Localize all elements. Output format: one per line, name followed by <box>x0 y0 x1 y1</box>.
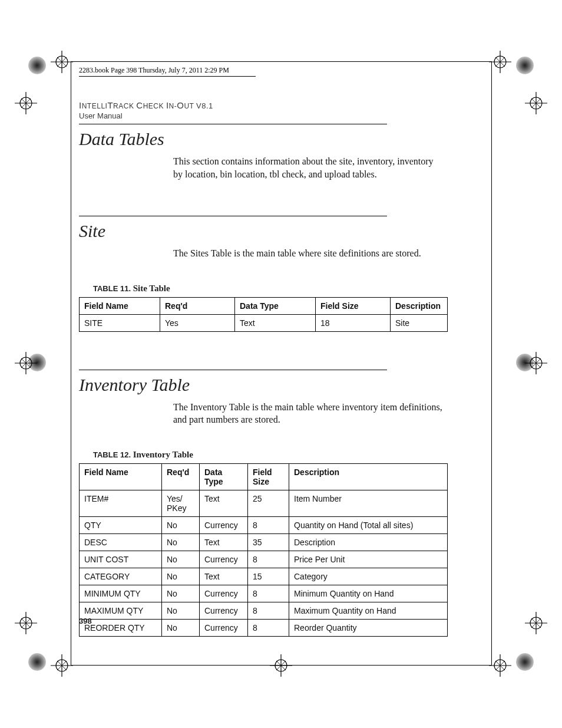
table12-caption: TABLE 12. Inventory Table <box>93 450 448 460</box>
table-cell: No <box>162 551 200 568</box>
table-cell: Site <box>391 314 448 331</box>
table-row: QTYNoCurrency8Quantity on Hand (Total al… <box>80 517 448 534</box>
heading-site: Site <box>79 221 448 241</box>
registration-mark-icon <box>525 92 547 114</box>
running-title-version: V8.1 <box>196 101 213 110</box>
table-cell: No <box>162 517 200 534</box>
table-cell: Reorder Quantity <box>289 620 448 637</box>
table-row: MAXIMUM QTYNoCurrency8Maximum Quantity o… <box>80 602 448 620</box>
body-data-tables: This section contains information about … <box>173 155 444 180</box>
running-title: IntelliTrack Check In-Out V8.1 <box>79 100 448 110</box>
printer-dot-icon <box>516 653 534 671</box>
table-cell: ITEM# <box>80 490 162 517</box>
table-row: SITEYesText18Site <box>80 314 448 331</box>
table-cell: DESC <box>80 534 162 551</box>
table-cell: Currency <box>200 517 248 534</box>
table12-caption-title: Inventory Table <box>133 450 193 459</box>
table-cell: Text <box>200 534 248 551</box>
table-inventory: Field Name Req'd DataType FieldSize Desc… <box>79 463 448 637</box>
table-cell: Item Number <box>289 490 448 517</box>
table-cell: Description <box>289 534 448 551</box>
table-cell: 8 <box>248 585 289 602</box>
section-rule <box>79 216 387 216</box>
table-cell: Category <box>289 568 448 585</box>
section-rule <box>79 124 387 124</box>
table11-caption-title: Site Table <box>133 284 170 293</box>
col-description: Description <box>391 297 448 314</box>
registration-mark-icon <box>15 352 37 374</box>
table-cell: MINIMUM QTY <box>80 585 162 602</box>
table-cell: Yes/PKey <box>162 490 200 517</box>
crop-header-text: 2283.book Page 398 Thursday, July 7, 201… <box>79 66 256 77</box>
col-field-size: Field Size <box>316 297 391 314</box>
table11-caption-num: TABLE 11. <box>93 284 131 293</box>
table-site: Field Name Req'd Data Type Field Size De… <box>79 297 448 332</box>
registration-mark-icon <box>489 654 511 677</box>
table-cell: Text <box>200 568 248 585</box>
heading-inventory: Inventory Table <box>79 375 448 395</box>
crop-header-label: 2283.book Page 398 Thursday, July 7, 201… <box>79 66 229 74</box>
col-reqd: Req'd <box>162 463 200 490</box>
table-row: DESCNoText35Description <box>80 534 448 551</box>
printer-dot-icon <box>28 57 46 74</box>
table-cell: Text <box>235 314 316 331</box>
table-cell: Minimum Quantity on Hand <box>289 585 448 602</box>
table-cell: Quantity on Hand (Total all sites) <box>289 517 448 534</box>
table-cell: No <box>162 585 200 602</box>
table-cell: 8 <box>248 620 289 637</box>
table-cell: 18 <box>316 314 391 331</box>
table-cell: SITE <box>80 314 160 331</box>
registration-mark-icon <box>51 51 73 73</box>
table-cell: UNIT COST <box>80 551 162 568</box>
table-cell: No <box>162 568 200 585</box>
section-rule <box>79 370 387 370</box>
table-cell: No <box>162 534 200 551</box>
col-field-size: FieldSize <box>248 463 289 490</box>
printer-dot-icon <box>28 653 46 671</box>
table-cell: Currency <box>200 620 248 637</box>
col-data-type: DataType <box>200 463 248 490</box>
col-data-type: Data Type <box>235 297 316 314</box>
table-cell: 35 <box>248 534 289 551</box>
registration-mark-icon <box>270 654 292 677</box>
col-field-name: Field Name <box>80 297 160 314</box>
table-cell: Currency <box>200 551 248 568</box>
body-site: The Sites Table is the main table where … <box>173 247 444 260</box>
col-field-name: Field Name <box>80 463 162 490</box>
table-row: ITEM#Yes/PKeyText25Item Number <box>80 490 448 517</box>
registration-mark-icon <box>15 612 37 634</box>
table-cell: Yes <box>160 314 235 331</box>
table-cell: Price Per Unit <box>289 551 448 568</box>
page-number: 398 <box>79 617 92 625</box>
table-cell: No <box>162 602 200 620</box>
registration-mark-icon <box>15 92 37 114</box>
running-title-main: IntelliTrack Check In-Out <box>79 100 196 110</box>
table-cell: CATEGORY <box>80 568 162 585</box>
table-cell: Currency <box>200 585 248 602</box>
registration-mark-icon <box>525 352 547 374</box>
running-subtitle: User Manual <box>79 111 448 120</box>
table-cell: 8 <box>248 551 289 568</box>
registration-mark-icon <box>489 51 511 73</box>
table-header-row: Field Name Req'd Data Type Field Size De… <box>80 297 448 314</box>
table-cell: Maximum Quantity on Hand <box>289 602 448 620</box>
table-row: UNIT COSTNoCurrency8Price Per Unit <box>80 551 448 568</box>
table-row: REORDER QTYNoCurrency8Reorder Quantity <box>80 620 448 637</box>
printer-dot-icon <box>516 57 534 74</box>
table-cell: Text <box>200 490 248 517</box>
body-inventory: The Inventory Table is the main table wh… <box>173 401 444 426</box>
table-cell: 8 <box>248 517 289 534</box>
registration-mark-icon <box>525 612 547 634</box>
table-header-row: Field Name Req'd DataType FieldSize Desc… <box>80 463 448 490</box>
table-cell: No <box>162 620 200 637</box>
table11-caption: TABLE 11. Site Table <box>93 284 448 294</box>
table-cell: 8 <box>248 602 289 620</box>
col-reqd: Req'd <box>160 297 235 314</box>
heading-data-tables: Data Tables <box>79 129 448 149</box>
table-cell: 25 <box>248 490 289 517</box>
table-row: MINIMUM QTYNoCurrency8Minimum Quantity o… <box>80 585 448 602</box>
table-cell: Currency <box>200 602 248 620</box>
table-row: CATEGORYNoText15Category <box>80 568 448 585</box>
table-cell: 15 <box>248 568 289 585</box>
table12-caption-num: TABLE 12. <box>93 450 131 459</box>
